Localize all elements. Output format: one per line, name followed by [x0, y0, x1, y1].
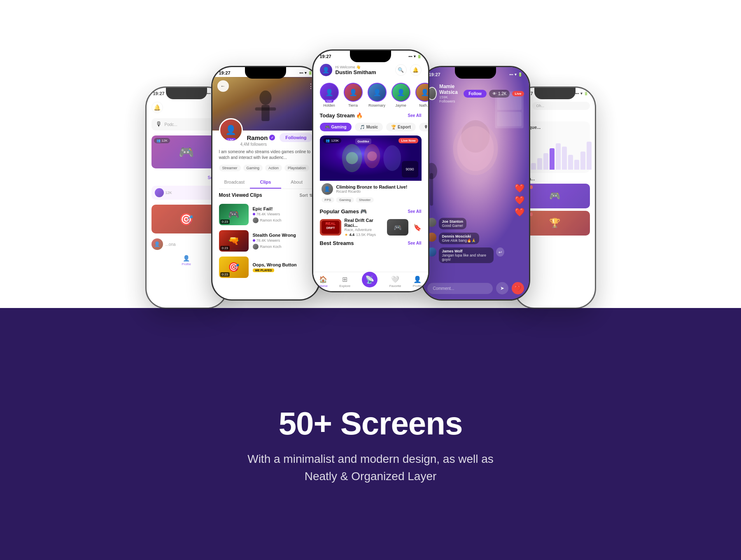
story-item-1[interactable]: 👤 Live Holden [320, 83, 339, 107]
game-item-1[interactable]: REAL DRIFT Real Drift Car Raci... Race, … [313, 216, 428, 238]
notch-far-left [166, 88, 207, 99]
stream-card-right-1[interactable]: 🎮 LIVE [520, 184, 590, 208]
best-streams-header: Best Streams See All [313, 238, 428, 248]
tag-streamer[interactable]: Streamer [219, 165, 241, 171]
story-item-2[interactable]: 👤 Tierra [344, 83, 363, 107]
tab-broadcast[interactable]: Broadcast [219, 176, 250, 189]
nav-live-button[interactable]: 📡 [362, 272, 377, 287]
clip-item-1[interactable]: 🎮 0:23 Epic Fail! 78.4K Viewers Ramon Ko… [212, 201, 319, 228]
sort-button[interactable]: Sort ⇅ [300, 193, 312, 198]
subtitle: With a minimalist and modern design, as … [247, 450, 494, 485]
cat-gaming[interactable]: 🎮 Gaming [320, 123, 352, 131]
story-item-3[interactable]: 👤 Rosemary [368, 83, 387, 107]
stream-tag-shooter[interactable]: Shooter [356, 197, 374, 203]
send-button[interactable]: ➤ [496, 282, 508, 294]
comment-item-1: Joe Stanton Good Game! [427, 218, 504, 229]
following-button[interactable]: Following [280, 133, 312, 142]
nav-explore[interactable]: ⊞ Explore [339, 275, 350, 288]
comment-bubble-2: Dennis Mosciski Give Alok bang🔥🙏 [439, 233, 480, 244]
phone-center: 19:27 ▪▪▪▾🔋 👤 Hi Welcome 👋 Dustin Smitha… [312, 49, 429, 292]
game-logo-overlay: 90 90 [402, 161, 418, 177]
live-tag-1: Live [325, 99, 333, 103]
stream-tag-fps[interactable]: FPS [322, 197, 335, 203]
story-name-3: Rosemary [368, 103, 385, 107]
heart-button[interactable]: ❤️ [512, 282, 524, 294]
we-played-badge: WE PLAYED [253, 268, 275, 272]
comment-item-2: Dennis Mosciski Give Alok bang🔥🙏 [427, 233, 504, 244]
tag-action[interactable]: Action [265, 165, 282, 171]
bell-icon[interactable]: 🔔 [151, 102, 163, 113]
game-stats-1: ★ 4.4 13.5K Plays [345, 233, 384, 237]
story-avatar-4: 👤 [391, 83, 410, 102]
stream-info: 👤 Climbing Bronze to Radiant Live! Ricar… [320, 181, 422, 197]
search-icon-btn[interactable]: 🔍 [395, 64, 407, 76]
comment-input[interactable]: Comment... [427, 283, 493, 294]
viewers-icon: 👥 [326, 139, 330, 142]
cat-esport[interactable]: 🏆 Esport [386, 123, 416, 131]
views-dot-1 [253, 213, 255, 215]
chat-input-area: Comment... ➤ ❤️ [427, 282, 524, 294]
star-icon: ★ [345, 233, 348, 237]
bar-5 [556, 143, 561, 170]
tab-about[interactable]: About [281, 176, 312, 189]
user-avatar: 👤 [320, 64, 332, 76]
live-btn-icon: 📡 [365, 275, 374, 284]
game-thumb-alt: 🎮 [387, 219, 408, 236]
stream-card-right-2[interactable]: 🏆 LIVE [520, 211, 590, 236]
clip-info-1: Epic Fail! 78.4K Viewers Ramon Koch [253, 206, 312, 223]
back-button[interactable]: ← [217, 80, 229, 92]
partial-user-avatar [155, 188, 164, 197]
cat-music[interactable]: 🎵 Music [355, 123, 383, 131]
profile-username: Ramon ✓ [247, 134, 275, 141]
profile-tags: Streamer Gaming Action Playstation [212, 163, 319, 173]
notification-icon-btn[interactable]: 🔔 [410, 64, 422, 76]
status-bar-right: 19:27 ▪▪▪▾🔋 [422, 67, 529, 79]
phone-center-wrapper: 19:27 ▪▪▪▾🔋 👤 Hi Welcome 👋 Dustin Smitha… [312, 49, 429, 292]
story-name-4: Jayme [395, 103, 406, 107]
nav-favorite[interactable]: 🤍 Favorite [389, 275, 401, 288]
screen-home: 19:27 ▪▪▪▾🔋 👤 Hi Welcome 👋 Dustin Smitha… [313, 51, 428, 291]
bar-6 [562, 147, 567, 170]
see-all-best[interactable]: See All [408, 241, 422, 245]
story-avatar-2: 👤 [344, 83, 363, 102]
see-all-streams[interactable]: See All [408, 113, 422, 118]
clip-item-3[interactable]: 🎯 0:23 Oops, Wrong Button WE PLAYED [212, 254, 319, 280]
best-streams-title: Best Streams [320, 240, 354, 246]
stream-author: Ricard Ricardo [336, 189, 420, 194]
nav-home[interactable]: 🏠 Home [319, 275, 328, 288]
stream-viewers-overlay: 👥 120K [323, 138, 342, 143]
bar-2 [537, 158, 542, 170]
nav-profile[interactable]: 👤 Profile [413, 275, 422, 288]
tag-gaming[interactable]: Gaming [243, 165, 263, 171]
game-plays-1: 13.5K Plays [356, 233, 376, 237]
story-item-4[interactable]: 👤 Jayme [391, 83, 410, 107]
stream-label: Str... [520, 114, 590, 119]
screen-live: 19:27 ▪▪▪▾🔋 Mamie Watsica 159K Followers [422, 67, 529, 299]
stream-card[interactable]: Godlike 👥 120K Live Now 90 90 � [320, 135, 422, 205]
notch-far-right [534, 88, 576, 99]
phone-left-wrapper: 19:27 ▪▪▪▾🔋 [211, 66, 320, 301]
partial-search-bar[interactable]: Oh... [532, 102, 590, 110]
most-viewed-title: Most Viewed Clips [219, 192, 262, 198]
game-rating-1: 4.4 [350, 233, 355, 237]
story-item-5[interactable]: 👤 Nath... [415, 83, 428, 107]
forward-button[interactable]: ↩ [496, 247, 504, 257]
clip-duration-1: 0:23 [220, 219, 230, 224]
follow-button[interactable]: Follow [464, 90, 487, 98]
status-icons-left: ▪▪▪▾🔋 [299, 71, 312, 75]
followers-count: 4,4M followers [212, 142, 319, 147]
svg-text:Godlike: Godlike [357, 140, 369, 143]
comment-text-1: Good Game! [442, 224, 464, 228]
live-now-badge: Live Now [398, 138, 418, 143]
stream-text: Climbing Bronze to Radiant Live! Ricard … [336, 184, 420, 194]
tab-clips[interactable]: Clips [250, 176, 281, 189]
user-name: Dustin Smitham [336, 69, 376, 75]
stream-tag-gaming[interactable]: Gaming [336, 197, 354, 203]
see-all-games[interactable]: See All [408, 209, 422, 214]
profile-avatar: 👤 Live [219, 118, 243, 142]
tag-playstation[interactable]: Playstation [284, 165, 309, 171]
cat-podcast[interactable]: 🎙 Podc... [419, 123, 428, 131]
clip-item-2[interactable]: 🔫 0:23 Stealth Gone Wrong 78.4K Viewers … [212, 228, 319, 254]
bottom-nav: 🏠 Home ⊞ Explore 📡 🤍 Favorite [313, 272, 428, 291]
story-avatar-1: 👤 Live [320, 83, 339, 102]
